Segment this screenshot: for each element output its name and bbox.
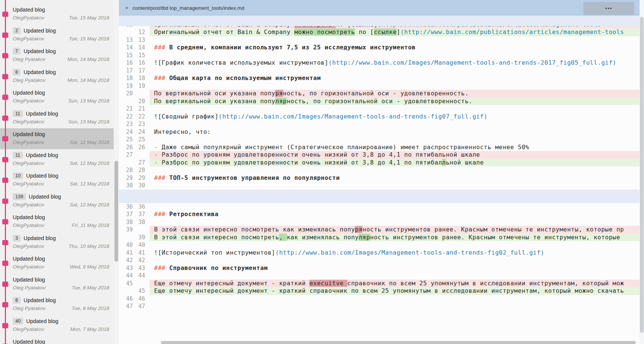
commit-item[interactable]: 6Updated blogOleg PyatakovTue, 8 May 201…	[0, 294, 114, 315]
diff-row[interactable]: 20По вертикальной оси указана популярнос…	[119, 98, 640, 105]
commit-date: Wed, 9 May 2018	[70, 264, 109, 270]
commit-date: Fri, 11 May 2018	[72, 222, 109, 228]
diff-row[interactable]: 1515	[119, 52, 640, 59]
diff-row[interactable]: 39В этой связи интересно посмотреть, как…	[119, 234, 640, 242]
sidebar-scrollbar-thumb[interactable]	[114, 161, 118, 262]
diff-row[interactable]: 2525	[119, 136, 640, 144]
line-number-gutter: 4646	[119, 295, 150, 303]
commit-node-icon	[2, 33, 8, 38]
code-segment: По вертикальной оси указана попу	[154, 98, 275, 105]
old-line-number: 19	[119, 82, 133, 90]
commit-item[interactable]: 3Updated blogOlegPyatakovThu, 10 May 201…	[0, 232, 114, 253]
diff-row[interactable]: 3636	[119, 203, 640, 211]
new-line-number: 13	[133, 36, 145, 44]
diff-row[interactable]: 4141![Исторический топ инструментов](htt…	[119, 249, 640, 257]
diff-vertical-scrollbar[interactable]	[640, 0, 644, 344]
code-line	[150, 52, 640, 59]
diff-row[interactable]: 4646	[119, 295, 640, 303]
diff-row[interactable]: 1919	[119, 82, 640, 90]
commit-item[interactable]: 8Updated blogOleg PyatakovMon, 14 May 20…	[0, 66, 114, 87]
line-number-gutter: 12	[119, 28, 150, 36]
commit-count-badge: 8	[13, 69, 21, 76]
new-line-number: 12	[133, 28, 145, 36]
commit-title: Updated blog	[26, 173, 58, 179]
commit-title: Updated blog	[24, 297, 56, 303]
commit-item[interactable]: Updated blogOleg PyatakovTue, 8 May 2018	[0, 274, 114, 295]
diff-row[interactable]: 2121	[119, 105, 640, 113]
commit-item[interactable]: Updated blogOlegPyatakovTue, 15 May 2018	[0, 4, 114, 25]
code-segment: Ретроспектива	[169, 211, 219, 218]
diff-row[interactable]: 2929### ТОП-5 инструментов управления по…	[119, 174, 640, 182]
diff-vertical-scrollbar-thumb[interactable]	[640, 17, 644, 333]
code-line: В этой связи интересно посмотреть, как и…	[150, 234, 640, 242]
commit-title-row: Updated blog	[13, 276, 109, 284]
diff-row[interactable]: 2323	[119, 120, 640, 128]
diff-row[interactable]: 39В этой связи интересно посмотреть как …	[119, 226, 640, 234]
diff-row[interactable]: 3838	[119, 218, 640, 226]
new-line-number: 21	[133, 105, 145, 113]
diff-row[interactable]: 1414### В среднем, компании используют 7…	[119, 44, 640, 52]
file-menu-button[interactable]: •••	[583, 2, 634, 15]
diff-row[interactable]: 2626- Даже самый популярный инструмент (…	[119, 144, 640, 151]
line-number-gutter: 4747	[119, 302, 150, 310]
commit-item[interactable]: Updated blogOlegPyatakovFri, 11 May 2018	[0, 211, 114, 232]
commit-date: Sat, 12 May 2018	[70, 160, 109, 166]
commit-title-row: Updated blog	[13, 89, 109, 97]
new-line-number: 24	[133, 128, 145, 136]
diff-row[interactable]: 2222![Сводный график](http://www.bain.co…	[119, 113, 640, 121]
diff-row[interactable]: 4242	[119, 257, 640, 264]
diff-row[interactable]: 45Еще отмечу интересный документ - кратк…	[119, 287, 640, 295]
commit-count-badge: 3	[13, 235, 21, 242]
diff-row[interactable]: 1717	[119, 67, 640, 75]
diff-row[interactable]: 2424Интересно, что:	[119, 128, 640, 136]
commit-item[interactable]: Updated blog	[0, 336, 114, 344]
code-line	[150, 36, 640, 44]
sidebar-scrollbar[interactable]	[114, 0, 119, 344]
diff-row[interactable]: 4444	[119, 272, 640, 280]
commit-item[interactable]: 40Updated blogOlegPyatakovMon, 7 May 201…	[0, 315, 114, 336]
commit-title: Updated blog	[24, 48, 56, 54]
old-line-number: 47	[119, 302, 133, 310]
diff-row[interactable]: 2828	[119, 166, 640, 174]
file-path: content/post/tbd top_management_tools/in…	[132, 5, 244, 11]
diff-row[interactable]: 1616![График количества используемых инс…	[119, 59, 640, 67]
code-segment: -	[154, 151, 162, 158]
diff-row[interactable]: 4343### Справочник по инструментам	[119, 264, 640, 272]
diff-row[interactable]: 4747	[119, 302, 640, 310]
diff-row[interactable]: 4040	[119, 241, 640, 249]
diff-row[interactable]: 3030	[119, 182, 640, 190]
commit-node-icon	[2, 74, 8, 79]
diff-horizontal-scrollbar-thumb[interactable]	[161, 341, 636, 344]
commit-node-icon	[2, 136, 8, 141]
diff-row[interactable]: 20По вертикальной оси указана попуряност…	[119, 90, 640, 98]
line-number-gutter: 1616	[119, 59, 150, 67]
diff-row[interactable]: 1818### Общая карта по используемым инст…	[119, 74, 640, 82]
new-line-number: 42	[133, 257, 145, 264]
line-number-gutter: 2929	[119, 174, 150, 182]
commit-item[interactable]: 7Updated blogOleg PyatakovMon, 14 May 20…	[0, 45, 114, 66]
commit-author: OlegPyatakov	[13, 139, 44, 145]
commit-item[interactable]: 2Updated blogOlegPyatakovTue, 15 May 201…	[0, 25, 114, 46]
code-line: ### В среднем, компании используют 7,5 и…	[150, 44, 640, 52]
code-line	[150, 272, 640, 280]
commit-title: Updated blog	[13, 277, 45, 283]
collapse-chevron-icon[interactable]: ▼	[125, 6, 129, 10]
diff-row[interactable]: 1313	[119, 36, 640, 44]
code-segment: (http://www.bain.com/publications/articl…	[401, 28, 624, 36]
commit-item[interactable]: Updated blogOlegPyatakovSat, 12 May 2018	[0, 128, 114, 149]
diff-row[interactable]: 45Еще отмечу интересный документ - кратк…	[119, 280, 640, 288]
diff-row[interactable]: 27- Разброс по уровням удовлетворенности…	[119, 151, 640, 159]
line-number-gutter: 2323	[119, 120, 150, 128]
commit-item[interactable]: Updated blogOlegPyatakovSun, 13 May 2018	[0, 87, 114, 108]
commit-item[interactable]: Updated blogOlegPyatakovWed, 9 May 2018	[0, 253, 114, 274]
commit-item[interactable]: 139Updated blogOlegPyatakovSat, 12 May 2…	[0, 191, 114, 212]
code-segment: execuitve	[309, 280, 347, 287]
diff-row[interactable]: 12Оригинальный отчет от Bain & Company м…	[119, 28, 640, 36]
diff-row[interactable]: 3737### Ретроспектива	[119, 211, 640, 218]
commit-item[interactable]: 10Updated blogOlegPyatakovSat, 12 May 20…	[0, 170, 114, 191]
commit-title-row: Updated blog	[13, 130, 109, 138]
old-line-number	[119, 287, 133, 295]
diff-row[interactable]: 27- Разброс по уровням удовлетворенности…	[119, 159, 640, 167]
commit-item[interactable]: 11Updated blogOlegPyatakovSat, 12 May 20…	[0, 149, 114, 170]
commit-item[interactable]: 11Updated blogOlegPyatakovSun, 13 May 20…	[0, 108, 114, 129]
